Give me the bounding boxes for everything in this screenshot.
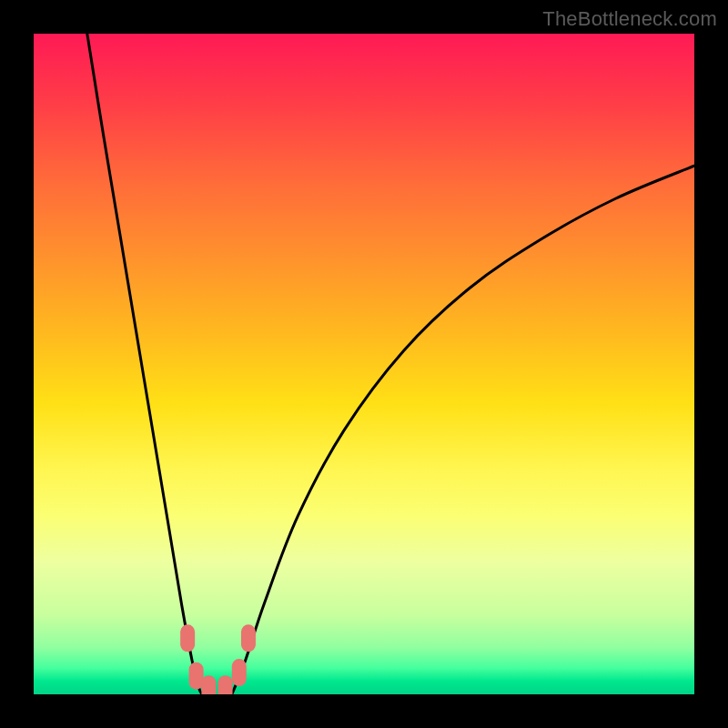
curve-lines [87,34,694,694]
marker-dot [201,675,216,694]
plot-area [34,34,694,694]
chart-frame: TheBottleneck.com [0,0,728,728]
marker-dot [241,624,256,652]
marker-dot [189,662,204,690]
curve-left-branch [87,34,202,694]
chart-svg [34,34,694,694]
marker-dot [180,624,195,652]
marker-dot [218,675,233,694]
watermark-text: TheBottleneck.com [542,7,717,31]
curve-right-branch [232,166,694,694]
marker-dot [232,659,247,686]
